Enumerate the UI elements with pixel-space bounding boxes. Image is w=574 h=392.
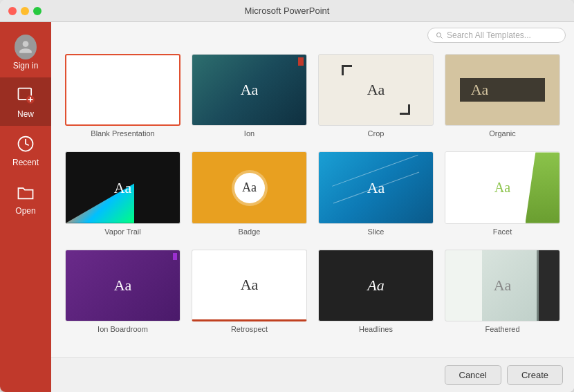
template-label-crop: Crop <box>368 129 385 138</box>
maximize-button[interactable] <box>33 7 41 15</box>
template-thumb-crop: Aa <box>318 54 434 126</box>
cancel-button[interactable]: Cancel <box>445 365 501 385</box>
template-label-slice: Slice <box>368 227 385 236</box>
template-thumb-badge: Aa <box>192 151 307 223</box>
create-button[interactable]: Create <box>507 365 563 385</box>
template-label-ion: Ion <box>244 129 254 138</box>
sidebar: Sign in New Recent <box>0 22 51 392</box>
signin-label: Sign in <box>13 61 39 71</box>
template-label-headlines: Headlines <box>359 325 393 333</box>
new-label: New <box>17 109 34 119</box>
search-bar <box>51 22 574 47</box>
search-icon <box>435 31 443 39</box>
title-bar: Microsoft PowerPoint <box>0 0 574 22</box>
sidebar-item-signin[interactable]: Sign in <box>0 29 51 77</box>
content-area: Blank PresentationAaIonAaCropAaOrganicAa… <box>51 22 574 392</box>
search-input[interactable] <box>447 30 558 40</box>
close-button[interactable] <box>8 7 17 15</box>
search-wrapper <box>427 28 566 43</box>
template-item-crop[interactable]: AaCrop <box>318 54 434 138</box>
template-thumb-vapor-trail: Aa <box>65 151 180 223</box>
template-thumb-ion-boardroom: Aa <box>65 250 180 321</box>
template-item-slice[interactable]: AaSlice <box>318 151 434 235</box>
window-title: Microsoft PowerPoint <box>245 6 330 16</box>
sidebar-item-new[interactable]: New <box>0 77 51 126</box>
template-thumb-retrospect: Aa <box>192 250 307 321</box>
templates-grid: Blank PresentationAaIonAaCropAaOrganicAa… <box>51 47 574 357</box>
template-item-ion-boardroom[interactable]: AaIon Boardroom <box>65 250 180 333</box>
template-item-headlines[interactable]: AaHeadlines <box>318 250 434 333</box>
template-thumb-ion: Aa <box>192 54 307 126</box>
minimize-button[interactable] <box>21 7 29 15</box>
template-label-badge: Badge <box>239 227 261 236</box>
template-label-blank: Blank Presentation <box>91 129 154 138</box>
template-item-ion[interactable]: AaIon <box>192 54 307 138</box>
template-item-blank[interactable]: Blank Presentation <box>65 54 180 138</box>
sidebar-item-recent[interactable]: Recent <box>0 126 51 174</box>
template-label-organic: Organic <box>489 129 516 138</box>
template-label-retrospect: Retrospect <box>231 325 268 333</box>
open-label: Open <box>15 206 35 216</box>
template-label-facet: Facet <box>493 227 512 236</box>
template-thumb-blank <box>65 54 180 126</box>
footer: Cancel Create <box>51 357 574 392</box>
open-icon <box>15 181 37 203</box>
template-thumb-facet: Aa <box>445 151 560 223</box>
template-label-vapor-trail: Vapor Trail <box>104 227 140 236</box>
template-label-ion-boardroom: Ion Boardroom <box>98 325 148 333</box>
recent-label: Recent <box>12 158 39 167</box>
template-thumb-feathered: Aa <box>445 250 560 321</box>
template-item-feathered[interactable]: AaFeathered <box>445 250 560 333</box>
template-item-facet[interactable]: AaFacet <box>445 151 560 235</box>
signin-icon <box>15 36 37 58</box>
app-body: Sign in New Recent <box>0 22 574 392</box>
traffic-lights <box>8 7 41 15</box>
template-item-badge[interactable]: AaBadge <box>192 151 307 235</box>
template-item-vapor-trail[interactable]: AaVapor Trail <box>65 151 180 235</box>
template-label-feathered: Feathered <box>485 325 519 333</box>
new-icon <box>15 84 37 106</box>
template-item-organic[interactable]: AaOrganic <box>445 54 560 138</box>
template-thumb-organic: Aa <box>445 54 560 126</box>
recent-icon <box>15 133 37 155</box>
template-item-retrospect[interactable]: AaRetrospect <box>192 250 307 333</box>
template-thumb-slice: Aa <box>318 151 434 223</box>
sidebar-item-open[interactable]: Open <box>0 174 51 223</box>
template-thumb-headlines: Aa <box>318 250 434 321</box>
